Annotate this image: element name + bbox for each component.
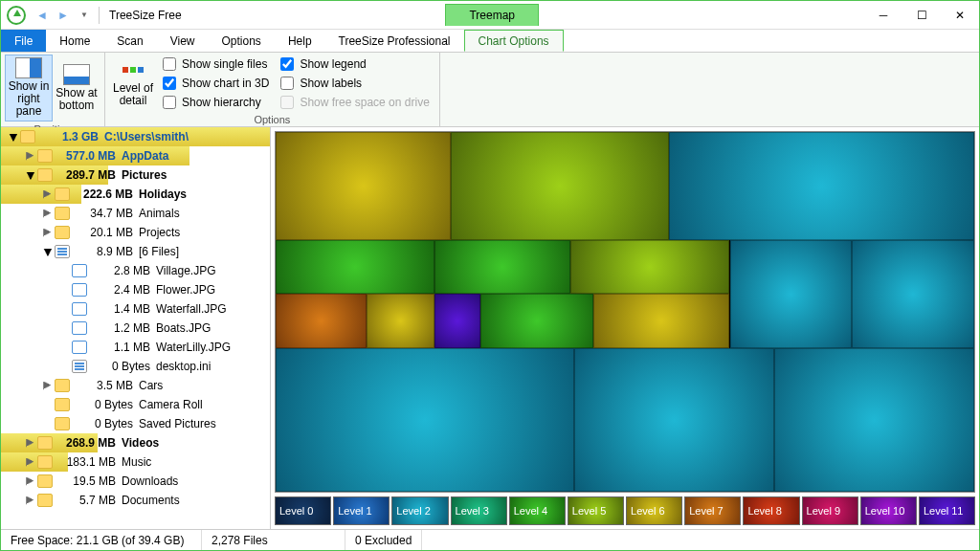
show-hierarchy-checkbox[interactable]: Show hierarchy: [157, 93, 275, 112]
tree-row[interactable]: ⯈268.9 MBVideos: [1, 433, 270, 452]
tree-row[interactable]: 2.8 MBVillage.JPG: [1, 261, 270, 280]
legend-level-7[interactable]: Level 7: [684, 496, 741, 525]
tree-name: [6 Files]: [139, 245, 179, 258]
tree-row[interactable]: 0 Bytesdesktop.ini: [1, 357, 270, 376]
tree-row[interactable]: ⯈577.0 MBAppData: [1, 146, 270, 165]
tree-row[interactable]: 2.4 MBFlower.JPG: [1, 280, 270, 299]
legend-level-5[interactable]: Level 5: [568, 496, 624, 525]
back-button[interactable]: ◄: [33, 7, 51, 24]
status-excluded: 0 Excluded: [345, 530, 422, 550]
collapse-icon[interactable]: ⯆: [41, 247, 55, 257]
legend-level-2[interactable]: Level 2: [391, 496, 448, 525]
tree-name: Music: [122, 455, 151, 469]
expand-icon[interactable]: ⯈: [24, 496, 37, 506]
collapse-icon[interactable]: ⯆: [7, 132, 20, 143]
menu-treesize-professional[interactable]: TreeSize Professional: [325, 30, 464, 52]
tree-row[interactable]: ⯈19.5 MBDownloads: [1, 472, 270, 491]
tree-row[interactable]: 1.4 MBWaterfall.JPG: [1, 299, 270, 319]
tree-name: Flower.JPG: [156, 283, 215, 297]
legend-level-0[interactable]: Level 0: [275, 496, 331, 525]
show-at-bottom-button[interactable]: Show at bottom: [53, 55, 100, 121]
tree-size: 0 Bytes: [74, 398, 133, 411]
tree-name: Boats.JPG: [156, 321, 211, 335]
tree-size: 20.1 MB: [74, 226, 133, 239]
tree-row[interactable]: 1.1 MBWaterLilly.JPG: [1, 338, 270, 357]
show-in-right-pane-button[interactable]: Show in right pane: [5, 55, 53, 121]
tree-size: 2.8 MB: [91, 264, 150, 277]
tree-row[interactable]: 0 BytesCamera Roll: [1, 395, 270, 414]
menu-file[interactable]: File: [1, 30, 46, 52]
treemap-legend: Level 0Level 1Level 2Level 3Level 4Level…: [275, 496, 975, 525]
menu-chart-options[interactable]: Chart Options: [464, 30, 564, 52]
level-of-detail-button[interactable]: Level of detail: [109, 55, 157, 112]
show-labels-checkbox[interactable]: Show labels: [275, 74, 434, 93]
folder-icon: [37, 436, 53, 450]
status-free-space: Free Space: 21.1 GB (of 39.4 GB): [1, 530, 202, 550]
tree-row[interactable]: ⯈20.1 MBProjects: [1, 223, 270, 242]
folder-icon: [55, 187, 70, 201]
tree-size: 289.7 MB: [56, 168, 116, 182]
forward-button[interactable]: ►: [55, 7, 72, 24]
menu-options[interactable]: Options: [209, 30, 275, 52]
tree-row[interactable]: ⯈5.7 MBDocuments: [1, 491, 270, 510]
close-button[interactable]: ✕: [941, 2, 979, 29]
legend-level-1[interactable]: Level 1: [333, 496, 390, 525]
tree-row[interactable]: 1.2 MBBoats.JPG: [1, 319, 270, 338]
menu-scan[interactable]: Scan: [103, 30, 156, 52]
tree-name: Saved Pictures: [139, 417, 216, 430]
tree-size: 0 Bytes: [91, 360, 150, 373]
minimize-button[interactable]: ─: [864, 2, 902, 29]
folder-icon: [20, 130, 35, 143]
folder-icon: [37, 168, 53, 182]
context-tab-treemap[interactable]: Treemap: [445, 4, 539, 26]
tree-row[interactable]: ⯆289.7 MBPictures: [1, 165, 270, 185]
folder-icon: [55, 226, 70, 239]
expand-icon[interactable]: ⯈: [24, 476, 37, 487]
legend-level-8[interactable]: Level 8: [743, 496, 799, 525]
maximize-button[interactable]: ☐: [902, 2, 941, 29]
directory-tree[interactable]: ⯆1.3 GBC:\Users\smith\⯈577.0 MBAppData⯆2…: [1, 127, 271, 529]
status-bar: Free Space: 21.1 GB (of 39.4 GB) 2,278 F…: [1, 529, 979, 550]
folder-icon: [37, 474, 53, 488]
expand-icon[interactable]: ⯈: [24, 457, 37, 468]
dropdown-button[interactable]: ▼: [76, 7, 93, 24]
file-icon: [55, 245, 70, 258]
ribbon-group-options: Level of detail Show single files Show c…: [105, 53, 440, 126]
show-single-files-checkbox[interactable]: Show single files: [157, 55, 275, 74]
title-bar: ◄ ► ▼ TreeSize Free Treemap ─ ☐ ✕: [1, 1, 979, 30]
tree-row[interactable]: ⯈34.7 MBAnimals: [1, 204, 270, 223]
tree-name: Pictures: [122, 168, 167, 182]
collapse-icon[interactable]: ⯆: [24, 170, 37, 181]
legend-level-10[interactable]: Level 10: [860, 496, 917, 525]
tree-name: Village.JPG: [156, 264, 215, 277]
expand-icon[interactable]: ⯈: [24, 151, 37, 162]
expand-icon[interactable]: ⯈: [24, 438, 37, 449]
tree-name: Camera Roll: [139, 398, 203, 411]
tree-row[interactable]: ⯆1.3 GBC:\Users\smith\: [1, 127, 270, 146]
app-logo-icon: [7, 6, 26, 25]
menu-home[interactable]: Home: [46, 30, 103, 52]
tree-row[interactable]: ⯈3.5 MBCars: [1, 376, 270, 395]
menu-help[interactable]: Help: [275, 30, 325, 52]
legend-level-4[interactable]: Level 4: [509, 496, 566, 525]
tree-row[interactable]: ⯆8.9 MB[6 Files]: [1, 242, 270, 261]
img-icon: [72, 302, 87, 316]
expand-icon[interactable]: ⯈: [41, 209, 55, 219]
legend-level-6[interactable]: Level 6: [626, 496, 682, 525]
expand-icon[interactable]: ⯈: [41, 189, 55, 200]
tree-row[interactable]: ⯈222.6 MBHolidays: [1, 185, 270, 204]
legend-level-9[interactable]: Level 9: [802, 496, 858, 525]
expand-icon[interactable]: ⯈: [41, 381, 55, 391]
img-icon: [72, 264, 87, 277]
menu-view[interactable]: View: [157, 30, 209, 52]
show-chart-3d-checkbox[interactable]: Show chart in 3D: [157, 74, 275, 93]
tree-row[interactable]: 0 BytesSaved Pictures: [1, 414, 270, 433]
treemap-chart[interactable]: ✕: [275, 131, 975, 493]
tree-row[interactable]: ⯈183.1 MBMusic: [1, 452, 270, 472]
legend-level-3[interactable]: Level 3: [451, 496, 507, 525]
expand-icon[interactable]: ⯈: [41, 228, 55, 238]
img-icon: [72, 341, 87, 354]
folder-icon: [55, 417, 70, 430]
legend-level-11[interactable]: Level 11: [919, 496, 975, 525]
show-legend-checkbox[interactable]: Show legend: [275, 55, 434, 74]
